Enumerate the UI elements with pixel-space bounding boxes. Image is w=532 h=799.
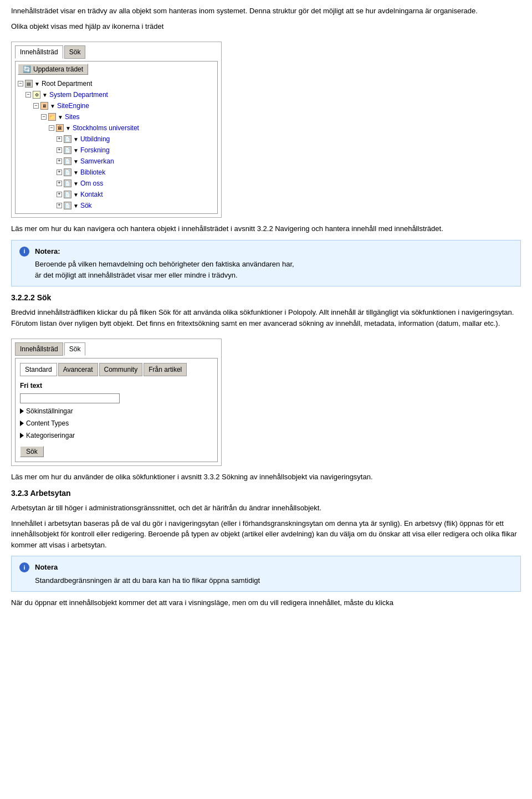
note-title-2: Notera — [35, 562, 260, 573]
kontakt-label: Kontakt — [80, 189, 103, 199]
sys-icon: ⚙ — [33, 91, 40, 99]
sokinst-collapsible[interactable]: Sökinställningar — [20, 406, 213, 416]
search-form: Fri text Sökinställningar Content Types … — [20, 381, 213, 457]
tab-sok-1[interactable]: Sök — [64, 45, 86, 59]
forskning-icon: 📄 — [64, 146, 71, 154]
expand-bibliotek[interactable]: + — [57, 170, 62, 175]
arrow-down-om: ▼ — [73, 180, 79, 188]
sok-icon: 📄 — [64, 202, 71, 209]
su-label: Stockholms universitet — [73, 123, 139, 133]
om-oss-icon: 📄 — [64, 180, 71, 187]
expand-su[interactable]: − — [49, 125, 54, 131]
search-inner-area: Standard Avancerat Community Från artike… — [15, 358, 218, 462]
kontakt-icon: 📄 — [64, 191, 71, 198]
arrow-down-sok: ▼ — [73, 202, 79, 210]
tree-row-kontakt: + 📄 ▼ Kontakt — [18, 189, 215, 200]
arrow-down-utb: ▼ — [73, 135, 79, 144]
section-322-p1: Bredvid innehållsträdfliken klickar du p… — [11, 307, 521, 329]
tab-sok-2[interactable]: Sök — [64, 342, 86, 356]
note-icon-2: i — [19, 562, 29, 572]
tab-innehallstrad-2[interactable]: Innehållsträd — [15, 342, 63, 356]
expand-om-oss[interactable]: + — [57, 181, 62, 186]
samverkan-label: Samverkan — [80, 156, 114, 166]
tree-row-bibliotek: + 📄 ▼ Bibliotek — [18, 167, 215, 178]
note-box-1: i Notera: Beroende på vilken hemavdelnin… — [11, 240, 521, 287]
fri-text-input[interactable] — [20, 393, 120, 403]
sokinst-label: Sökinställningar — [26, 406, 73, 416]
expand-sites[interactable]: − — [41, 114, 47, 120]
note-box-2: i Notera Standardbegränsningen är att du… — [11, 556, 521, 592]
tree-row-sok: + 📄 ▼ Sök — [18, 200, 215, 211]
tree-row-utbildning: + 📄 ▼ Utbildning — [18, 134, 215, 145]
note-text-2: Standardbegränsningen är att du bara kan… — [35, 575, 260, 586]
para-after-s2: Läs mer om hur du använder de olika sökf… — [11, 472, 521, 483]
arrow-down-fors: ▼ — [73, 146, 79, 155]
triangle-right-icon-2 — [20, 421, 24, 426]
update-icon: 🔄 — [23, 65, 31, 73]
fri-text-label: Fri text — [20, 381, 213, 391]
expand-system[interactable]: − — [25, 92, 31, 98]
arrow-down-bib: ▼ — [73, 168, 79, 177]
tree-row-om-oss: + 📄 ▼ Om oss — [18, 178, 215, 189]
screenshot1-box: Innehållsträd Sök 🔄 Uppdatera trädet − ▤… — [11, 42, 222, 218]
search-tab-community[interactable]: Community — [99, 363, 143, 376]
utbildning-icon: 📄 — [64, 135, 71, 143]
sites-label: Sites — [65, 112, 80, 122]
tree-row-su: − 🏛 ▼ Stockholms universitet — [18, 122, 215, 134]
note-title-1: Notera: — [35, 246, 294, 257]
tree-row-root: − ▤ ▼ Root Department — [18, 78, 215, 89]
bibliotek-icon: 📄 — [64, 168, 71, 176]
om-oss-label: Om oss — [80, 178, 103, 188]
su-icon: 🏛 — [56, 124, 64, 132]
arrow-down-kon: ▼ — [73, 191, 79, 199]
arrow-down-sites: ▼ — [58, 113, 63, 121]
expand-sok-tree[interactable]: + — [57, 203, 62, 208]
search-button[interactable]: Sök — [20, 446, 44, 457]
search-tab-fran-artikel[interactable]: Från artikel — [144, 363, 187, 376]
arrow-down-sys: ▼ — [42, 91, 48, 99]
note-content-2: Notera Standardbegränsningen är att du b… — [35, 562, 260, 586]
content-types-collapsible[interactable]: Content Types — [20, 418, 213, 428]
expand-root[interactable]: − — [18, 81, 23, 86]
expand-samverkan[interactable]: + — [57, 158, 62, 164]
site-icon: 🖥 — [40, 102, 48, 110]
bibliotek-label: Bibliotek — [80, 167, 105, 177]
samverkan-icon: 📄 — [64, 157, 71, 165]
update-tree-button[interactable]: 🔄 Uppdatera trädet — [18, 64, 88, 75]
section-323-heading: 3.2.3 Arbetsytan — [11, 488, 521, 499]
system-dept-label: System Department — [49, 90, 108, 100]
arrow-down: ▼ — [34, 80, 40, 88]
para-after-s1: Läs mer om hur du kan navigera och hante… — [11, 223, 521, 234]
section-322-heading: 3.2.2.2 Sök — [11, 292, 521, 304]
note-content-1: Notera: Beroende på vilken hemavdelning … — [35, 246, 294, 281]
note-text-1: Beroende på vilken hemavdelning och behö… — [35, 259, 294, 280]
tree-row-samverkan: + 📄 ▼ Samverkan — [18, 156, 215, 167]
sites-icon: 📁 — [48, 113, 56, 121]
search-tab-standard[interactable]: Standard — [20, 363, 57, 376]
page-wrapper: Innehållsträdet visar en trädvy av alla … — [11, 6, 521, 608]
dept-icon: ▤ — [25, 80, 33, 88]
triangle-right-icon — [20, 408, 24, 414]
section-323-p1: Arbetsytan är till höger i administratio… — [11, 503, 521, 514]
expand-forskning[interactable]: + — [57, 147, 62, 153]
tab-innehallstrad-1[interactable]: Innehållsträd — [15, 45, 63, 59]
tree-row-sites: − 📁 ▼ Sites — [18, 111, 215, 122]
tree-row-system: − ⚙ ▼ System Department — [18, 89, 215, 100]
kategoriseringar-collapsible[interactable]: Kategoriseringar — [20, 431, 213, 441]
content-types-label: Content Types — [26, 418, 69, 428]
triangle-right-icon-3 — [20, 433, 24, 438]
arrow-down-sam: ▼ — [73, 157, 79, 166]
section-323-p2: Innehållet i arbetsytan baseras på de va… — [11, 518, 521, 551]
update-tree-label: Uppdatera trädet — [33, 65, 83, 73]
expand-utbildning[interactable]: + — [57, 136, 62, 142]
search-tab-avancerat[interactable]: Avancerat — [58, 363, 98, 376]
tree-row-forskning: + 📄 ▼ Forskning — [18, 145, 215, 156]
kategoriseringar-label: Kategoriseringar — [26, 431, 75, 441]
root-dept-label: Root Department — [42, 79, 92, 89]
expand-kontakt[interactable]: + — [57, 192, 62, 197]
intro-p1: Innehållsträdet visar en trädvy av alla … — [11, 6, 521, 17]
expand-siteengine[interactable]: − — [33, 103, 39, 109]
arrow-down-su: ▼ — [65, 124, 71, 132]
sok-label: Sök — [80, 201, 92, 211]
siteengine-label: SiteEngine — [57, 101, 89, 111]
